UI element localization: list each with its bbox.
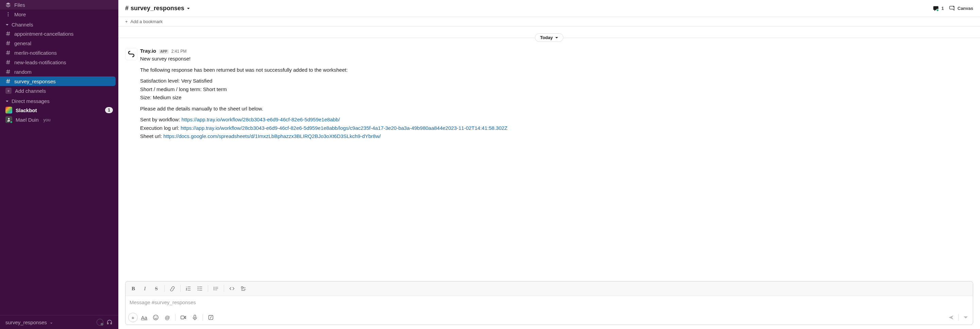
mic-icon [192, 315, 198, 321]
smile-icon [153, 315, 159, 321]
caret-down-icon [5, 23, 9, 27]
sidebar-files[interactable]: Files [0, 0, 118, 10]
format-toggle-button[interactable]: Aa [139, 312, 149, 323]
message-composer: B I S Message #survey_responses + Aa @ [125, 281, 973, 325]
add-bookmark[interactable]: + Add a bookmark [118, 17, 980, 27]
channel-random[interactable]: random [0, 67, 118, 76]
video-button[interactable] [178, 312, 188, 323]
dm-heading[interactable]: Direct messages [0, 95, 118, 105]
chevron-down-icon: ⌄ [49, 320, 53, 324]
date-jump-button[interactable]: Today [535, 33, 563, 42]
chevron-down-icon [186, 6, 191, 11]
svg-point-1 [8, 14, 8, 14]
more-icon [5, 11, 11, 17]
chevron-down-icon [555, 36, 558, 40]
format-toolbar: B I S [126, 281, 973, 296]
bullet-list-icon [197, 286, 203, 291]
channel-header: # survey_responses 1 Canvas [118, 0, 980, 17]
send-icon [948, 315, 954, 321]
shortcuts-button[interactable] [206, 312, 216, 323]
channels-heading[interactable]: Channels [0, 19, 118, 29]
message: Tray.io APP 2:41 PM New survey response!… [118, 46, 980, 142]
bold-button[interactable]: B [128, 283, 138, 294]
blockquote-button[interactable] [211, 283, 221, 294]
slackbot-avatar [5, 107, 12, 113]
files-icon [5, 2, 11, 8]
main-area: # survey_responses 1 Canvas + Add a book… [118, 0, 980, 329]
user-avatar [5, 116, 12, 123]
huddle-status-icon[interactable] [97, 319, 103, 326]
svg-rect-8 [242, 286, 243, 288]
link-icon [170, 286, 175, 291]
execution-log-link[interactable]: https://app.tray.io/workflow/28cb3043-e6… [181, 125, 508, 131]
hash-icon: # [125, 5, 129, 12]
sidebar-footer[interactable]: survey_responses ⌄ [0, 315, 118, 329]
strike-button[interactable]: S [151, 283, 162, 294]
svg-point-10 [154, 316, 155, 317]
video-icon [180, 315, 186, 321]
slash-icon [208, 315, 214, 321]
app-badge: APP [159, 49, 169, 54]
huddle-icon [933, 5, 940, 12]
emoji-button[interactable] [151, 312, 161, 323]
composer-bottom-bar: + Aa @ [126, 311, 973, 324]
headphones-icon[interactable] [106, 319, 113, 325]
dm-mael-duin[interactable]: Mael Duin you [0, 115, 118, 124]
svg-rect-13 [194, 315, 196, 318]
chevron-down-icon [963, 315, 969, 321]
audio-button[interactable] [190, 312, 200, 323]
add-channels[interactable]: + Add channels [0, 86, 118, 95]
channel-general[interactable]: general [0, 38, 118, 48]
hash-icon [5, 50, 11, 56]
plus-icon: + [5, 88, 11, 94]
hash-icon [5, 78, 11, 84]
svg-point-6 [197, 288, 198, 289]
canvas-icon [949, 5, 956, 12]
attach-button[interactable]: + [128, 313, 138, 322]
message-timestamp[interactable]: 2:41 PM [171, 49, 187, 54]
channel-survey-responses[interactable]: survey_responses [0, 76, 116, 86]
mention-button[interactable]: @ [162, 312, 172, 323]
svg-point-4 [936, 9, 939, 11]
send-button[interactable] [947, 313, 956, 322]
composer-container: B I S Message #survey_responses + Aa @ [118, 281, 980, 329]
blockquote-icon [213, 286, 219, 291]
caret-down-icon [5, 100, 9, 103]
dm-slackbot[interactable]: Slackbot 1 [0, 105, 118, 115]
workflow-link[interactable]: https://app.tray.io/workflow/28cb3043-e6… [181, 117, 340, 122]
italic-button[interactable]: I [140, 283, 150, 294]
app-avatar[interactable] [125, 48, 137, 60]
hash-icon [5, 31, 11, 37]
svg-point-0 [8, 12, 8, 13]
sidebar-more[interactable]: More [0, 10, 118, 19]
hash-icon [5, 59, 11, 65]
send-options-button[interactable] [961, 313, 970, 322]
canvas-button[interactable]: Canvas [949, 5, 973, 12]
tray-io-icon [127, 50, 135, 58]
code-button[interactable] [227, 283, 237, 294]
svg-point-2 [8, 16, 8, 16]
sidebar-more-label: More [14, 11, 26, 17]
channel-new-leads-notifications[interactable]: new-leads-notifications [0, 57, 118, 67]
date-divider: Today [118, 33, 980, 42]
sidebar: Files More Channels appointment-cancella… [0, 0, 118, 329]
svg-rect-12 [181, 316, 184, 319]
channel-name-button[interactable]: # survey_responses [125, 5, 191, 12]
channel-merlin-notifications[interactable]: merlin-notifications [0, 48, 118, 57]
unread-badge: 1 [105, 107, 113, 113]
sheet-link[interactable]: https://docs.google.com/spreadsheets/d/1… [163, 133, 381, 139]
presence-active-icon [10, 120, 13, 124]
bullet-list-button[interactable] [195, 283, 205, 294]
svg-point-5 [197, 286, 198, 287]
svg-point-11 [156, 316, 157, 317]
plus-icon: + [125, 19, 128, 24]
channel-appointment-cancellations[interactable]: appointment-cancellations [0, 29, 118, 38]
message-author[interactable]: Tray.io [140, 48, 156, 54]
codeblock-button[interactable] [239, 283, 248, 294]
ordered-list-button[interactable] [183, 283, 194, 294]
huddle-button[interactable]: 1 [933, 5, 944, 12]
code-icon [229, 286, 235, 291]
message-input[interactable]: Message #survey_responses [126, 296, 973, 311]
sidebar-files-label: Files [14, 2, 25, 8]
link-button[interactable] [167, 283, 178, 294]
